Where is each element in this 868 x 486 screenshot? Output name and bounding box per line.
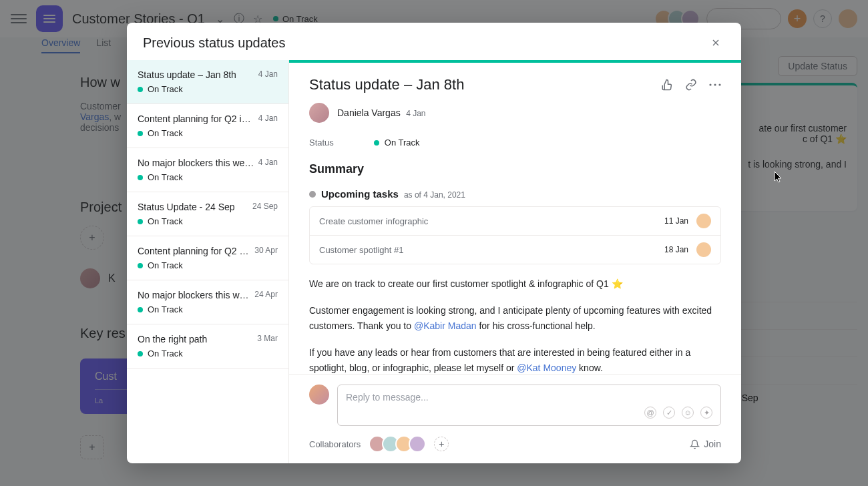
update-list-item[interactable]: On the right path 3 Mar On Track: [127, 324, 288, 369]
update-item-status: On Track: [148, 216, 183, 226]
current-user-avatar: [309, 385, 329, 405]
collaborators-label: Collaborators: [309, 439, 361, 449]
update-item-date: 3 Mar: [257, 334, 278, 344]
summary-paragraph: If you have any leads or hear from custo…: [309, 345, 721, 375]
user-mention[interactable]: @Kabir Madan: [414, 320, 477, 331]
emoji-icon[interactable]: ☺: [682, 407, 694, 419]
update-item-title: Content planning for Q2 is…: [138, 113, 254, 124]
task-date: 11 Jan: [664, 216, 688, 226]
task-row[interactable]: Customer spotlight #1 18 Jan: [310, 235, 720, 264]
update-list-item[interactable]: Content planning for Q2 i… 30 Apr On Tra…: [127, 236, 288, 280]
at-mention-icon[interactable]: @: [644, 407, 656, 419]
status-dot-icon: [138, 175, 143, 180]
status-dot-icon: [138, 351, 143, 356]
summary-paragraph: Customer engagement is looking strong, a…: [309, 303, 721, 333]
as-of-label: as of 4 Jan, 2021: [404, 190, 465, 200]
add-collaborator-button[interactable]: +: [434, 437, 449, 451]
update-list-item[interactable]: Status Update - 24 Sep 24 Sep On Track: [127, 192, 288, 236]
modal-overlay: Previous status updates Status update – …: [0, 0, 868, 486]
update-item-date: 24 Sep: [252, 202, 278, 212]
reply-toolbar: @ ✓ ☺ ✦: [346, 407, 712, 419]
status-dot-icon: [138, 131, 143, 136]
update-item-title: On the right path: [138, 334, 207, 344]
like-icon[interactable]: [661, 79, 673, 91]
svg-point-0: [709, 83, 711, 85]
update-item-status: On Track: [148, 172, 183, 182]
task-name: Create customer infographic: [319, 216, 656, 226]
collaborator-avatars: [369, 435, 426, 453]
modal-header: Previous status updates: [127, 23, 741, 60]
update-item-date: 24 Apr: [254, 290, 278, 300]
update-item-title: No major blockers this we…: [138, 158, 254, 168]
status-dot-icon: [138, 87, 143, 92]
summary-heading: Summary: [309, 162, 721, 176]
update-list-item[interactable]: Status update – Jan 8th 4 Jan On Track: [127, 60, 288, 104]
gray-dot-icon: [309, 191, 316, 198]
update-list-item[interactable]: Content planning for Q2 is… 4 Jan On Tra…: [127, 104, 288, 148]
update-item-title: Status update – Jan 8th: [138, 69, 236, 80]
author-name[interactable]: Daniela Vargas: [337, 107, 401, 118]
status-dot-icon: [138, 307, 143, 312]
update-item-status: On Track: [148, 84, 183, 94]
summary-paragraph: We are on track to create our first cust…: [309, 276, 721, 291]
task-icon[interactable]: ✓: [663, 407, 675, 419]
svg-point-2: [718, 83, 720, 85]
update-item-title: Status Update - 24 Sep: [138, 202, 235, 212]
update-item-title: No major blockers this w…: [138, 290, 249, 300]
detail-title: Status update – Jan 8th: [309, 76, 464, 93]
update-item-status: On Track: [148, 348, 183, 358]
assignee-avatar[interactable]: [696, 214, 711, 228]
updates-list: Status update – Jan 8th 4 Jan On Track C…: [127, 60, 289, 463]
tasks-list: Create customer infographic 11 Jan Custo…: [309, 206, 721, 264]
update-item-date: 4 Jan: [258, 69, 278, 80]
collaborator-avatar[interactable]: [409, 435, 426, 453]
status-value: On Track: [374, 138, 420, 148]
more-icon[interactable]: [709, 79, 721, 91]
user-mention[interactable]: @Kat Mooney: [517, 362, 576, 373]
update-date: 4 Jan: [406, 109, 425, 118]
status-dot-icon: [138, 219, 143, 224]
update-list-item[interactable]: No major blockers this we… 4 Jan On Trac…: [127, 148, 288, 192]
update-item-date: 4 Jan: [258, 158, 278, 168]
update-item-title: Content planning for Q2 i…: [138, 246, 250, 256]
task-row[interactable]: Create customer infographic 11 Jan: [310, 207, 720, 235]
task-name: Customer spotlight #1: [319, 245, 656, 255]
update-item-date: 30 Apr: [254, 246, 278, 256]
modal-title: Previous status updates: [143, 35, 285, 51]
update-item-date: 4 Jan: [258, 113, 278, 124]
update-item-status: On Track: [148, 304, 183, 314]
author-avatar: [309, 103, 329, 123]
reply-input[interactable]: Reply to message... @ ✓ ☺ ✦: [337, 385, 721, 426]
svg-point-1: [714, 83, 716, 85]
status-dot-icon: [374, 140, 379, 146]
update-item-status: On Track: [148, 128, 183, 138]
previous-status-modal: Previous status updates Status update – …: [127, 23, 741, 463]
status-field-label: Status: [309, 138, 334, 148]
link-icon[interactable]: [685, 79, 697, 91]
join-button[interactable]: Join: [690, 439, 721, 449]
update-item-status: On Track: [148, 260, 183, 270]
update-detail: Status update – Jan 8th Daniela Vargas 4…: [289, 60, 741, 463]
star-emoji-icon[interactable]: ✦: [700, 407, 712, 419]
task-date: 18 Jan: [664, 245, 688, 254]
assignee-avatar[interactable]: [696, 242, 711, 257]
reply-section: Reply to message... @ ✓ ☺ ✦ Collaborator…: [289, 375, 741, 463]
status-dot-icon: [138, 263, 143, 268]
update-list-item[interactable]: No major blockers this w… 24 Apr On Trac…: [127, 280, 288, 324]
close-icon[interactable]: [706, 33, 725, 52]
upcoming-tasks-label: Upcoming tasks: [321, 188, 399, 200]
